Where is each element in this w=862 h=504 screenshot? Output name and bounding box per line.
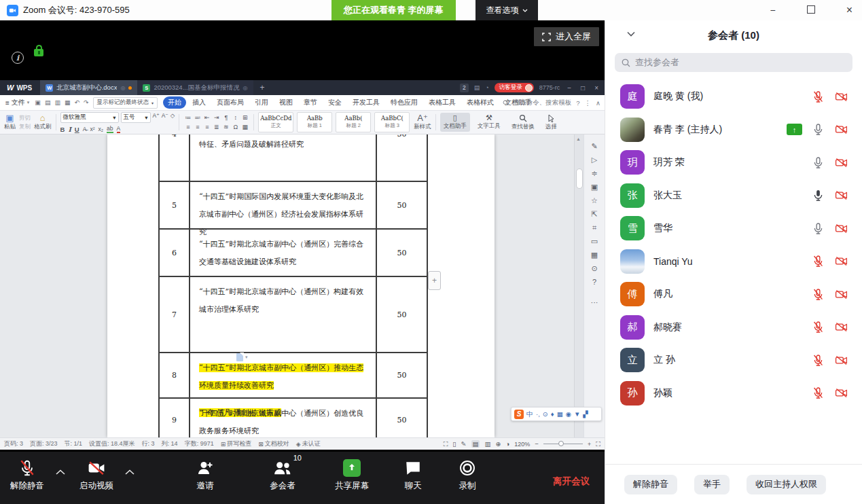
more-icon[interactable]: ⋮	[585, 99, 592, 107]
distribute-icon[interactable]: ≋	[221, 123, 230, 132]
info-icon[interactable]: i	[12, 52, 24, 64]
justify-icon[interactable]: ≣	[212, 123, 221, 132]
wps-close-button[interactable]: ×	[592, 84, 600, 92]
menu-tab[interactable]: 安全	[323, 96, 346, 109]
vertical-scrollbar[interactable]: ▲	[574, 134, 583, 437]
comment-marker[interactable]: ▾	[236, 353, 248, 361]
certify-status[interactable]: ◈ 未认证	[296, 439, 321, 448]
write-view-icon[interactable]: ✎	[461, 440, 467, 448]
video-off-icon[interactable]	[834, 354, 848, 367]
menu-tab[interactable]: 页面布局	[212, 96, 249, 109]
zoom-out-button[interactable]: −	[535, 440, 539, 448]
participant-row[interactable]: 雪 雪华 ↑	[605, 212, 862, 245]
row-title-cell[interactable]: 特征、矛盾问题及破解路径研究	[189, 134, 376, 181]
start-video-button[interactable]: 启动视频	[75, 459, 118, 492]
collapse-panel-chevron[interactable]	[627, 31, 635, 37]
zoom-level-label[interactable]: 120%	[514, 441, 530, 448]
increase-indent-icon[interactable]: ⇥	[212, 113, 221, 122]
borders-icon[interactable]: ⊞	[240, 113, 249, 122]
raise-hand-button[interactable]: 举手	[694, 475, 730, 494]
shading-icon[interactable]: Ω	[231, 123, 240, 132]
split-handle-icon[interactable]: ▲	[576, 137, 581, 141]
archive-icon[interactable]: ▭	[591, 238, 598, 245]
scrollbar-thumb[interactable]	[576, 168, 583, 189]
menu-tab[interactable]: 章节	[299, 96, 322, 109]
table-row[interactable]: 5 “十四五”时期国际国内发展环境重大变化影响及北京城市副中心（通州区）经济社会…	[158, 182, 428, 230]
menu-tab[interactable]: 开始	[163, 96, 186, 109]
pin-icon[interactable]: ◎	[120, 85, 125, 91]
file-tab-doc[interactable]: W 北京城市副中心.docx ◎	[40, 80, 137, 95]
export-icon[interactable]: ⇱	[591, 211, 597, 218]
participant-row[interactable]: 立 立 孙 ↑	[605, 344, 862, 377]
image-icon[interactable]: ▦	[591, 251, 598, 259]
copy-button[interactable]: 复制	[19, 123, 31, 131]
skin-icon[interactable]: ◔	[485, 84, 488, 91]
fullscreen-view-icon[interactable]: ⛶	[444, 440, 448, 448]
mic-muted-icon[interactable]	[812, 288, 825, 301]
bold-button[interactable]: B	[60, 126, 65, 133]
paragraph-mark-icon[interactable]: ¶	[221, 113, 230, 122]
unmute-button[interactable]: 解除静音	[5, 459, 49, 492]
audio-options-chevron[interactable]	[56, 469, 65, 475]
font-color-icon[interactable]: A	[117, 125, 121, 133]
more-icon[interactable]: ···	[591, 299, 598, 306]
bullet-list-icon[interactable]: ≔	[183, 113, 192, 122]
guest-login-badge[interactable]: 访客登录	[495, 83, 534, 92]
align-center-icon[interactable]: ≡	[193, 123, 202, 132]
chat-button[interactable]: 聊天	[399, 459, 427, 492]
record-button[interactable]: 录制	[454, 459, 481, 492]
person-icon[interactable]: ◉	[566, 411, 571, 418]
print-icon[interactable]: ▥	[54, 99, 60, 106]
mic-muted-icon[interactable]	[812, 386, 825, 399]
mic-active-icon[interactable]	[812, 189, 825, 202]
participant-row[interactable]: 郝 郝晓赛 ↑	[605, 311, 862, 344]
window-count-badge[interactable]: 2	[460, 84, 469, 92]
wps-restore-button[interactable]: □	[579, 84, 587, 92]
minimize-button[interactable]: −	[770, 5, 775, 15]
menu-tab[interactable]: 视图	[274, 96, 298, 109]
number-list-icon[interactable]: ≕	[193, 113, 202, 122]
mic-on-icon[interactable]	[812, 123, 825, 136]
enter-fullscreen-button[interactable]: 进入全屏	[534, 27, 599, 46]
select-button[interactable]: 选择	[542, 113, 560, 132]
reclaim-host-button[interactable]: 收回主持人权限	[747, 475, 826, 494]
org-chart-icon[interactable]: ⌗	[592, 224, 596, 232]
input-mode-label[interactable]: 中	[526, 411, 533, 418]
font-name-select[interactable]: 微软雅黑▾	[60, 112, 119, 123]
skin-icon[interactable]: ▼	[574, 411, 580, 418]
keyboard-icon[interactable]: ▦	[557, 411, 563, 418]
find-replace-button[interactable]: 查找替换	[508, 113, 538, 132]
collapse-ribbon-icon[interactable]: ∧	[596, 99, 600, 107]
punctuation-icon[interactable]: ·,	[536, 411, 540, 418]
undo-icon[interactable]: ↶	[74, 99, 79, 106]
mic-muted-icon[interactable]	[812, 354, 825, 367]
file-tab-sheet[interactable]: S 20200324...国基金标申报情况 ◎	[137, 80, 253, 95]
adjust-icon[interactable]: ≑	[591, 170, 597, 177]
share-screen-button[interactable]: 共享屏幕	[327, 459, 376, 492]
menu-tab[interactable]: 表格工具	[424, 96, 461, 109]
subscript-icon[interactable]: x₂	[98, 126, 103, 132]
participant-row[interactable]: 春青 李 (主持人) ↑	[605, 113, 862, 147]
eye-protect-icon[interactable]: ◑	[505, 440, 509, 448]
mic-muted-icon[interactable]	[812, 321, 825, 334]
video-options-chevron[interactable]	[125, 469, 134, 475]
voice-icon[interactable]: ♦	[551, 411, 554, 418]
table-row[interactable]: 9 “十四五”时期北京城市副中心（通州区）创造优良政务服务环境研究 50	[158, 399, 428, 437]
paste-button[interactable]: ▣ 粘贴	[4, 113, 16, 131]
view-options-button[interactable]: 查看选项	[475, 0, 538, 20]
participant-row[interactable]: 玥 玥芳 荣 ↑	[605, 146, 862, 179]
toolbox-icon[interactable]: ▞	[583, 411, 588, 418]
save-icon[interactable]: ▣	[35, 99, 41, 106]
video-off-icon[interactable]	[834, 288, 848, 301]
video-off-icon[interactable]	[834, 156, 848, 169]
text-tools-button[interactable]: ⚒ 文字工具	[474, 113, 504, 132]
participant-row[interactable]: 张 张大玉 ↑	[605, 179, 862, 213]
decrease-font-icon[interactable]: A⁻	[162, 112, 168, 123]
decrease-indent-icon[interactable]: ⇤	[202, 113, 211, 122]
table-row[interactable]: 8 “十四五”时期北京城市副中心（通州区）推动生态环境质量持续改善研究 丁奇 傅…	[158, 353, 428, 399]
style-chip[interactable]: AaBbCcDd 正文	[258, 112, 293, 132]
font-size-select[interactable]: 五号▾	[121, 112, 151, 123]
help-icon[interactable]: ?	[576, 99, 579, 107]
insert-row-plus-button[interactable]: +	[428, 271, 441, 290]
video-off-icon[interactable]	[834, 321, 848, 334]
